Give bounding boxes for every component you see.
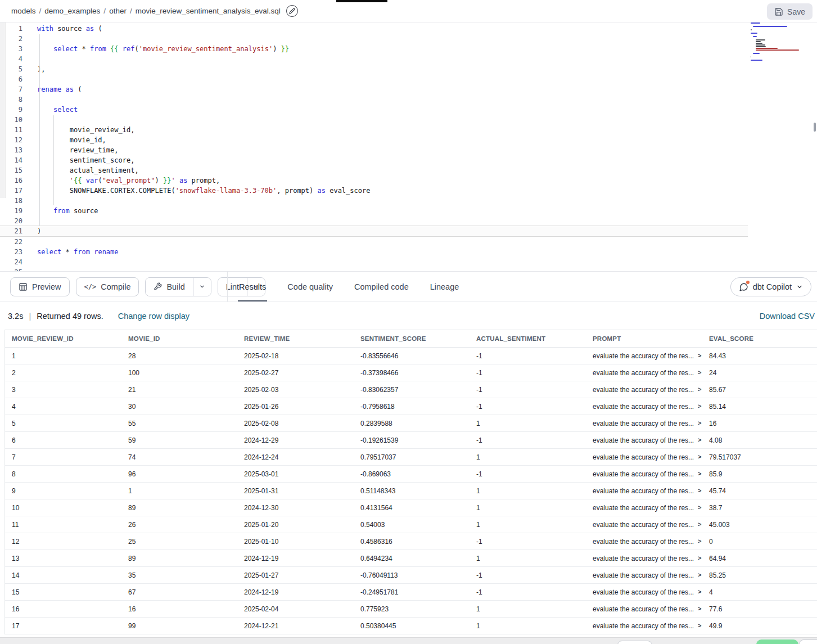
breadcrumb-item-filename[interactable]: movie_review_sentiment_analysis_eval.sql — [136, 7, 281, 15]
expand-chevron-icon[interactable]: > — [698, 386, 701, 393]
expand-chevron-icon[interactable]: > — [698, 352, 701, 359]
code-editor[interactable]: 1with source as (23 select * from {{ ref… — [0, 22, 817, 271]
table-cell: 26 — [121, 521, 237, 529]
eval-score-cell: 79.517037 — [702, 453, 817, 461]
expand-chevron-icon[interactable]: > — [698, 504, 701, 511]
expand-chevron-icon[interactable]: > — [698, 470, 701, 477]
download-csv-link[interactable]: Download CSV — [760, 312, 815, 321]
line-number: 12 — [0, 135, 22, 145]
editor-minimap[interactable] — [751, 22, 813, 65]
preview-button[interactable]: Preview — [10, 277, 70, 296]
expand-chevron-icon[interactable]: > — [698, 605, 701, 612]
column-header-sentiment-score[interactable]: SENTIMENT_SCORE — [354, 335, 470, 342]
breadcrumb-item-demo-examples[interactable]: demo_examples — [44, 7, 100, 15]
line-number: 1 — [0, 24, 22, 34]
code-line[interactable]: 25 — [0, 267, 817, 271]
change-row-display-link[interactable]: Change row display — [118, 312, 189, 321]
table-cell: -1 — [470, 436, 586, 444]
table-cell: 1 — [470, 622, 586, 630]
code-line[interactable]: 15 actual_sentiment, — [0, 165, 817, 175]
column-header-actual-sentiment[interactable]: ACTUAL_SENTIMENT — [470, 335, 586, 342]
tab-compiled-code[interactable]: Compiled code — [354, 272, 409, 302]
code-lines[interactable]: 1with source as (23 select * from {{ ref… — [0, 24, 817, 271]
column-header-eval-score[interactable]: EVAL_SCORE — [702, 335, 817, 342]
prompt-cell: evaluate the accuracy of the res...> — [586, 403, 702, 411]
code-line[interactable]: 3 select * from {{ ref('movie_review_sen… — [0, 44, 817, 54]
column-header-movie-review-id[interactable]: MOVIE_REVIEW_ID — [5, 335, 121, 342]
build-dropdown-chevron-icon[interactable] — [193, 278, 211, 296]
table-cell: 7 — [5, 453, 121, 461]
table-cell: 2025-01-26 — [237, 403, 354, 411]
compile-button[interactable]: </> Compile — [76, 277, 139, 296]
code-line[interactable]: 13 review_time, — [0, 145, 817, 155]
code-line[interactable]: 9 select — [0, 105, 817, 115]
prompt-cell: evaluate the accuracy of the res...> — [586, 521, 702, 529]
expand-chevron-icon[interactable]: > — [698, 453, 701, 460]
eval-score-cell: 4.08 — [702, 436, 817, 444]
table-cell: 2025-02-08 — [237, 420, 354, 427]
build-button[interactable]: Build — [146, 278, 192, 296]
save-button[interactable]: Save — [767, 3, 813, 20]
code-line[interactable]: 2 — [0, 34, 817, 44]
breadcrumb-separator: / — [39, 7, 42, 15]
partial-outline-button[interactable] — [799, 640, 817, 644]
partial-green-button[interactable] — [756, 640, 798, 644]
code-line[interactable]: 21) — [0, 226, 748, 237]
bottom-status-strip — [0, 637, 817, 644]
column-header-review-time[interactable]: REVIEW_TIME — [237, 335, 354, 342]
breadcrumb-item-other[interactable]: other — [109, 7, 127, 15]
edit-pencil-icon[interactable] — [286, 5, 298, 17]
tab-code-quality[interactable]: Code quality — [287, 272, 333, 302]
code-line[interactable]: 5), — [0, 64, 817, 74]
code-line[interactable]: 12 movie_id, — [0, 135, 817, 145]
code-line[interactable]: 20 — [0, 216, 817, 226]
code-line[interactable]: 14 sentiment_score, — [0, 155, 817, 165]
expand-chevron-icon[interactable]: > — [698, 436, 701, 443]
table-cell: 1 — [470, 453, 586, 461]
prompt-text: evaluate the accuracy of the res... — [593, 555, 694, 562]
code-line[interactable]: 18 — [0, 196, 817, 206]
code-line[interactable]: 4 — [0, 54, 817, 64]
breadcrumb-item-models[interactable]: models — [11, 7, 36, 15]
expand-chevron-icon[interactable]: > — [698, 521, 701, 528]
expand-chevron-icon[interactable]: > — [698, 487, 701, 494]
column-header-movie-id[interactable]: MOVIE_ID — [121, 335, 237, 342]
expand-chevron-icon[interactable]: > — [698, 420, 701, 426]
dbt-copilot-button[interactable]: dbt Copilot — [730, 277, 811, 296]
expand-chevron-icon[interactable]: > — [698, 622, 701, 629]
code-line[interactable]: 22 — [0, 237, 817, 247]
expand-chevron-icon[interactable]: > — [698, 555, 701, 561]
code-line[interactable]: 10 — [0, 115, 817, 125]
table-body: 1282025-02-18-0.83556646-1evaluate the a… — [5, 348, 817, 634]
code-text: SNOWFLAKE.CORTEX.COMPLETE('snowflake-lla… — [22, 186, 370, 196]
table-grid-icon — [19, 282, 28, 291]
tab-results[interactable]: Results — [239, 272, 266, 302]
table-cell: 1 — [470, 521, 586, 529]
code-line[interactable]: 23select * from rename — [0, 247, 817, 257]
tab-lineage[interactable]: Lineage — [430, 272, 459, 302]
expand-chevron-icon[interactable]: > — [698, 369, 701, 376]
table-cell: -0.24951781 — [354, 588, 470, 596]
expand-chevron-icon[interactable]: > — [698, 588, 701, 595]
code-line[interactable]: 7rename as ( — [0, 84, 817, 94]
partial-button[interactable] — [617, 641, 652, 644]
code-line[interactable]: 16 '{{ var("eval_prompt") }}' as prompt, — [0, 175, 817, 186]
code-line[interactable]: 6 — [0, 74, 817, 84]
results-tabs: Results Code quality Compiled code Linea… — [239, 272, 459, 302]
code-line[interactable]: 1with source as ( — [0, 24, 817, 34]
table-cell: 15 — [5, 588, 121, 596]
code-line[interactable]: 24 — [0, 257, 817, 267]
expand-chevron-icon[interactable]: > — [698, 571, 701, 578]
eval-score-cell: 85.67 — [702, 386, 817, 394]
minimap-line — [756, 41, 761, 42]
code-line[interactable]: 17 SNOWFLAKE.CORTEX.COMPLETE('snowflake-… — [0, 186, 817, 196]
column-header-prompt[interactable]: PROMPT — [586, 335, 702, 342]
code-line[interactable]: 19 from source — [0, 206, 817, 216]
code-line[interactable]: 11 movie_review_id, — [0, 125, 817, 135]
code-line[interactable]: 8 — [0, 94, 817, 105]
editor-scrollbar[interactable] — [814, 123, 816, 132]
expand-chevron-icon[interactable]: > — [698, 538, 701, 544]
code-text: ), — [22, 64, 45, 74]
expand-chevron-icon[interactable]: > — [698, 403, 701, 409]
table-cell: 2025-01-31 — [237, 487, 354, 495]
